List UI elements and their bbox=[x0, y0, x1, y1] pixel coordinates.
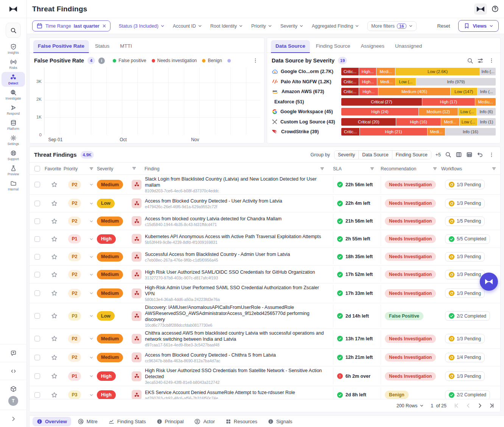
chevron-down-icon[interactable] bbox=[89, 273, 93, 277]
filter-icon[interactable] bbox=[492, 166, 496, 171]
tab-finding-source[interactable]: Finding Source bbox=[311, 40, 355, 53]
feedback-button[interactable] bbox=[6, 347, 20, 359]
priority-badge[interactable]: P3 bbox=[68, 390, 81, 399]
filter-icon[interactable] bbox=[132, 166, 137, 171]
table-view-icon[interactable] bbox=[466, 151, 473, 158]
kebab-menu-icon[interactable] bbox=[487, 151, 496, 159]
code-button[interactable] bbox=[6, 365, 20, 377]
tab-false-positive-rate[interactable]: False Positive Rate bbox=[33, 40, 89, 53]
finding-row[interactable]: P3 High EKS Service Account Denied Assum… bbox=[30, 386, 500, 399]
detail-tab-overview[interactable]: Overview bbox=[33, 417, 71, 426]
exaforce-logo[interactable] bbox=[0, 0, 26, 18]
data-source-row[interactable]: CrowdStrike (39)Critic...High (21)Medi..… bbox=[272, 127, 496, 137]
data-source-row[interactable]: Exaforce (51)Critical (27)High (17)Mediu… bbox=[272, 97, 496, 107]
tab-unassigned[interactable]: Unassigned bbox=[390, 40, 426, 53]
row-checkbox[interactable] bbox=[34, 236, 40, 242]
filter-icon[interactable] bbox=[370, 166, 375, 171]
priority-badge[interactable]: P2 bbox=[68, 252, 81, 261]
search-icon[interactable] bbox=[467, 58, 473, 64]
priority-badge[interactable]: P2 bbox=[68, 289, 81, 298]
sidebar-item-investigate[interactable]: Investigate bbox=[2, 87, 25, 102]
workflow-status-button[interactable]: 1/3 Pending bbox=[445, 288, 485, 298]
workflow-status-button[interactable]: 1/3 Pending bbox=[445, 199, 485, 208]
priority-badge[interactable]: P2 bbox=[68, 270, 81, 279]
package-button[interactable] bbox=[6, 383, 20, 395]
select-all-checkbox[interactable] bbox=[34, 166, 40, 171]
favorite-star-icon[interactable] bbox=[51, 354, 58, 361]
row-checkbox[interactable] bbox=[34, 392, 40, 398]
chevron-down-icon[interactable] bbox=[89, 337, 93, 341]
chevron-down-icon[interactable] bbox=[89, 201, 93, 206]
workspace-switcher-button[interactable] bbox=[474, 3, 487, 15]
sidebar-item-internal[interactable]: Internal bbox=[2, 178, 25, 193]
finding-row[interactable]: P2 Medium Successful Access from Blackli… bbox=[30, 248, 500, 266]
row-checkbox[interactable] bbox=[34, 355, 40, 360]
row-checkbox[interactable] bbox=[34, 336, 40, 341]
data-source-row[interactable]: awsAmazon AWS (673)Critic...High...Mediu… bbox=[272, 87, 496, 97]
chevron-down-icon[interactable] bbox=[89, 291, 93, 295]
finding-row[interactable]: P2 Medium High-Risk Admin User Performed… bbox=[30, 284, 500, 303]
detail-tab-principal[interactable]: Principal bbox=[152, 417, 188, 426]
filter-dropdown-aggregated-finding[interactable]: Aggregated Finding bbox=[312, 23, 359, 29]
last-page-button[interactable] bbox=[488, 402, 495, 409]
priority-badge[interactable]: P2 bbox=[68, 199, 81, 208]
favorite-star-icon[interactable] bbox=[51, 290, 58, 296]
row-checkbox[interactable] bbox=[34, 313, 40, 319]
finding-row[interactable]: P1 High High Risk User Authorized SSO Cr… bbox=[30, 366, 500, 386]
filter-dropdown-account-id[interactable]: Account ID bbox=[173, 23, 202, 29]
data-source-row[interactable]: Google Workspace (45)High (24)Medium (12… bbox=[272, 107, 496, 117]
favorite-star-icon[interactable] bbox=[51, 218, 58, 224]
favorite-star-icon[interactable] bbox=[51, 271, 58, 278]
sidebar-item-respond[interactable]: Respond bbox=[2, 103, 25, 117]
workflow-status-button[interactable]: 1/3 Pending bbox=[445, 180, 485, 189]
columns-icon[interactable] bbox=[456, 151, 462, 158]
finding-row[interactable]: P2 Low Access from Blocked Country Detec… bbox=[30, 195, 500, 212]
more-filters-button[interactable]: More filters 16 bbox=[367, 21, 417, 31]
filter-dropdown-priority[interactable]: Priority bbox=[251, 23, 272, 29]
row-checkbox[interactable] bbox=[34, 290, 40, 296]
assistant-fab[interactable] bbox=[480, 273, 498, 291]
row-checkbox[interactable] bbox=[34, 218, 40, 224]
chevron-down-icon[interactable] bbox=[89, 182, 93, 187]
filter-icon[interactable] bbox=[432, 166, 437, 171]
expand-rail-button[interactable] bbox=[6, 413, 20, 425]
chevron-down-icon[interactable] bbox=[89, 374, 93, 378]
detail-tab-finding-stats[interactable]: Finding Stats bbox=[104, 416, 150, 427]
priority-badge[interactable]: P3 bbox=[68, 312, 81, 321]
workflow-status-button[interactable]: 2/2 Completed bbox=[445, 311, 490, 321]
finding-row[interactable]: P2 Medium Slack Login from Blacklisted C… bbox=[30, 175, 500, 195]
filter-dropdown-severity[interactable]: Severity bbox=[280, 23, 303, 29]
favorite-star-icon[interactable] bbox=[51, 313, 58, 319]
priority-badge[interactable]: P1 bbox=[68, 234, 81, 243]
user-avatar[interactable]: T bbox=[6, 395, 20, 407]
workflow-status-button[interactable]: 1/4 Pending bbox=[445, 353, 485, 362]
chevron-down-icon[interactable] bbox=[89, 219, 93, 223]
finding-row[interactable]: P1 High Kubernetes API Anonymous Access … bbox=[30, 230, 500, 248]
favorite-star-icon[interactable] bbox=[51, 181, 58, 188]
tab-data-source[interactable]: Data Source bbox=[271, 40, 310, 53]
global-search-button[interactable] bbox=[6, 23, 21, 38]
workflow-status-button[interactable]: 1/3 Pending bbox=[445, 252, 485, 262]
detail-tab-actor[interactable]: Actor bbox=[190, 416, 219, 427]
filter-dropdown-root-identity[interactable]: Root Identity bbox=[210, 23, 243, 29]
favorite-star-icon[interactable] bbox=[51, 335, 58, 342]
data-source-row[interactable]: Palo Alto NGFW (1.2K)Critic...High...Med… bbox=[272, 77, 496, 87]
first-page-button[interactable] bbox=[453, 402, 460, 409]
sliders-icon[interactable] bbox=[477, 58, 484, 64]
priority-badge[interactable]: P2 bbox=[68, 180, 81, 189]
group-by-chip-finding-source[interactable]: Finding Source bbox=[392, 151, 431, 159]
sidebar-item-platform[interactable]: Platform bbox=[2, 118, 25, 132]
search-icon[interactable] bbox=[445, 151, 451, 158]
tab-assignees[interactable]: Assignees bbox=[356, 40, 389, 53]
favorite-star-icon[interactable] bbox=[51, 236, 58, 242]
undo-icon[interactable] bbox=[477, 151, 483, 158]
views-button[interactable]: Views bbox=[458, 20, 499, 32]
finding-row[interactable]: P3 Low Discovery: IAMUser/AnomalousAPICa… bbox=[30, 303, 500, 329]
sidebar-item-risks[interactable]: Risks bbox=[2, 57, 25, 71]
finding-row[interactable]: P2 Medium Access from Blocked Country De… bbox=[30, 349, 500, 366]
sidebar-item-support[interactable]: Support bbox=[2, 148, 25, 162]
row-checkbox[interactable] bbox=[34, 254, 40, 260]
favorite-star-icon[interactable] bbox=[51, 373, 58, 379]
workflow-status-button[interactable]: 2/2 Completed bbox=[445, 390, 490, 399]
priority-badge[interactable]: P1 bbox=[68, 372, 81, 381]
